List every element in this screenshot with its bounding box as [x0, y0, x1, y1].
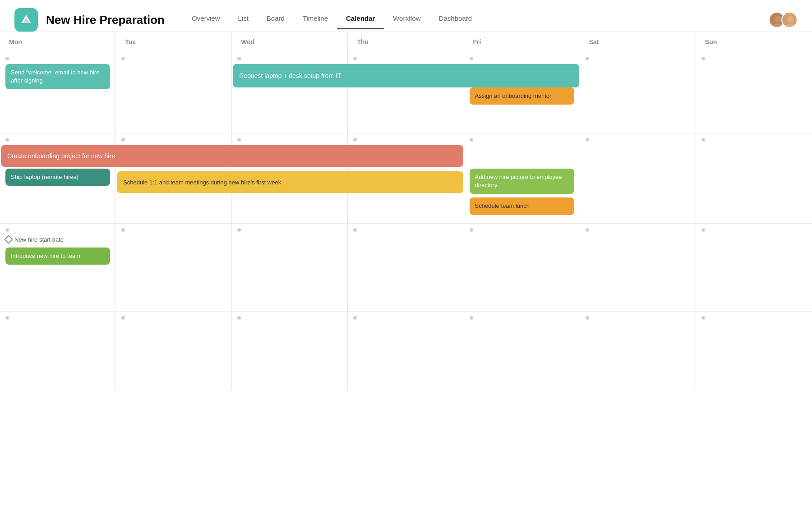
task-add-picture[interactable]: Add new hire picture to employee directo…: [470, 169, 574, 194]
svg-point-2: [775, 16, 781, 22]
day-header-sat: Sat: [580, 32, 696, 52]
calendar: Mon Tue Wed Thu Fri Sat Sun Send "welcom…: [0, 32, 812, 390]
cell-dot: [586, 57, 589, 60]
cell-dot: [353, 316, 357, 320]
cell-row1-tue: [116, 52, 232, 133]
cell-row4-tue: [116, 312, 232, 390]
cell-row3-sat: [580, 224, 696, 311]
cell-row4-mon: [0, 312, 116, 390]
cell-dot: [586, 138, 589, 142]
cell-row4-sun: [696, 312, 812, 390]
cell-dot: [701, 316, 705, 320]
day-header-tue: Tue: [116, 32, 232, 52]
day-header-sun: Sun: [696, 32, 812, 52]
cell-dot: [353, 57, 357, 60]
app-logo: [14, 8, 38, 32]
cell-dot: [237, 138, 241, 142]
calendar-row-2: Ship laptop (remote hires) Add new hire …: [0, 133, 812, 224]
cell-dot: [121, 228, 125, 232]
cell-row3-fri: [464, 224, 580, 311]
task-assign-mentor[interactable]: Assign an onboarding mentor: [470, 87, 574, 105]
day-header-thu: Thu: [348, 32, 464, 52]
day-header-wed: Wed: [232, 32, 348, 52]
cell-dot: [470, 138, 473, 142]
calendar-row-1: Send "welcome" email to new hire after s…: [0, 52, 812, 133]
cell-row1-sat: [580, 52, 696, 133]
cell-dot: [701, 228, 705, 232]
nav-dashboard[interactable]: Dashboard: [430, 11, 481, 29]
main-nav: Overview List Board Timeline Calendar Wo…: [183, 11, 769, 29]
cell-dot: [121, 57, 125, 60]
avatar-2: [781, 12, 798, 28]
cell-row3-tue: [116, 224, 232, 311]
cell-dot: [121, 138, 125, 142]
nav-list[interactable]: List: [229, 11, 258, 29]
cell-dot: [237, 316, 241, 320]
task-schedule-lunch[interactable]: Schedule team lunch: [470, 197, 574, 215]
cell-dot: [5, 138, 9, 142]
cell-row4-sat: [580, 312, 696, 390]
cell-dot: [237, 57, 241, 60]
day-header-mon: Mon: [0, 32, 116, 52]
cell-row3-sun: [696, 224, 812, 311]
cell-dot: [5, 57, 9, 60]
nav-workflow[interactable]: Workflow: [384, 11, 429, 29]
cell-dot: [586, 228, 589, 232]
cell-dot: [470, 57, 473, 60]
nav-board[interactable]: Board: [258, 11, 294, 29]
day-header-fri: Fri: [464, 32, 580, 52]
svg-point-4: [787, 16, 794, 22]
cell-row3-mon: New hire start date Introduce new hire t…: [0, 224, 116, 311]
cell-row2-sat: [580, 133, 696, 223]
calendar-row-3: New hire start date Introduce new hire t…: [0, 224, 812, 312]
cell-dot: [237, 228, 241, 232]
app-title: New Hire Preparation: [46, 13, 165, 27]
svg-point-3: [773, 23, 783, 28]
cell-dot: [701, 57, 705, 60]
milestone-label: New hire start date: [14, 236, 64, 243]
task-ship-laptop[interactable]: Ship laptop (remote hires): [5, 169, 110, 186]
cell-dot: [701, 138, 705, 142]
cell-dot: [353, 138, 357, 142]
cell-dot: [586, 316, 589, 320]
nav-timeline[interactable]: Timeline: [294, 11, 337, 29]
calendar-row-4: [0, 312, 812, 390]
cell-dot: [470, 316, 473, 320]
app-header: New Hire Preparation Overview List Board…: [0, 0, 812, 32]
task-schedule-11[interactable]: Schedule 1:1 and team meetings during ne…: [117, 171, 463, 193]
task-create-onboarding[interactable]: Create onboarding project for new hire: [1, 145, 463, 167]
cell-dot: [5, 228, 9, 232]
cell-dot: [5, 316, 9, 320]
cell-row4-fri: [464, 312, 580, 390]
svg-point-5: [785, 23, 795, 28]
cell-row1-mon: Send "welcome" email to new hire after s…: [0, 52, 116, 133]
task-introduce-new-hire[interactable]: Introduce new hire to team: [5, 248, 110, 265]
cell-row3-wed: [232, 224, 348, 311]
cell-row3-thu: [348, 224, 464, 311]
cell-dot: [353, 228, 357, 232]
nav-overview[interactable]: Overview: [183, 11, 229, 29]
cell-row2-fri: Add new hire picture to employee directo…: [464, 133, 580, 223]
cell-dot: [470, 228, 473, 232]
task-request-laptop[interactable]: Request laptop + desk setup from IT: [233, 64, 579, 87]
user-avatars: [769, 12, 798, 28]
cell-row4-wed: [232, 312, 348, 390]
task-welcome-email[interactable]: Send "welcome" email to new hire after s…: [5, 64, 110, 89]
cell-row4-thu: [348, 312, 464, 390]
logo-icon: [19, 13, 33, 27]
nav-calendar[interactable]: Calendar: [337, 11, 384, 29]
cell-row1-sun: [696, 52, 812, 133]
cell-row2-sun: [696, 133, 812, 223]
calendar-day-headers: Mon Tue Wed Thu Fri Sat Sun: [0, 32, 812, 52]
cell-dot: [121, 316, 125, 320]
milestone-diamond-icon: [4, 235, 13, 244]
milestone-new-hire-start: New hire start date: [5, 235, 110, 244]
